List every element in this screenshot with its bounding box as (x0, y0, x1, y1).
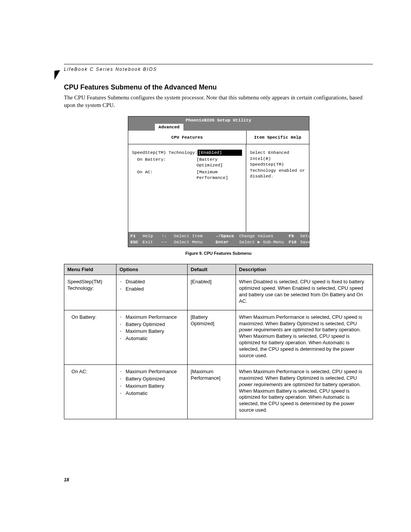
cell-options: DisabledEnabled (116, 275, 188, 310)
bios-setting-value: [Battery Optimized] (197, 157, 242, 168)
bios-key: ←→ (162, 239, 174, 245)
bios-setting-row: On Battery: [Battery Optimized] (132, 157, 242, 168)
bios-settings-pane: SpeedStep(TM) Technology: [Enabled] On B… (128, 144, 246, 232)
bios-heading-row: CPU Features Item Specific Help (128, 131, 309, 145)
bios-footer-row: F1 Help ↑↓ Select Item -/Space Change Va… (131, 233, 307, 239)
bios-left-heading: CPU Features (128, 131, 247, 144)
bios-key-label: Save and Exit (300, 239, 335, 245)
bios-key: F9 (289, 233, 300, 239)
bios-right-heading: Item Specific Help (247, 131, 309, 144)
bios-footer: F1 Help ↑↓ Select Item -/Space Change Va… (128, 232, 309, 247)
bios-setting-label: On AC: (132, 169, 197, 181)
cell-menu-field: On Battery: (64, 310, 116, 364)
table-head-row: Menu Field Options Default Description (64, 264, 373, 275)
bios-key-label: Setup Defaults (300, 233, 337, 239)
table-row: On Battery:Maximum PerformanceBattery Op… (64, 310, 373, 364)
bios-key-label: Exit (143, 239, 162, 245)
option-item: Automatic (126, 390, 184, 397)
bios-footer-row: ESC Exit ←→ Select Menu Enter Select ▶ S… (131, 239, 307, 245)
cell-default: [Maximum Performance] (188, 364, 236, 419)
bios-setting-value: [Enabled] (198, 150, 242, 156)
bios-help-pane: Select Enhanced Intel(R) SpeedStep(TM) T… (246, 144, 309, 232)
bios-key: F10 (289, 239, 300, 245)
option-item: Maximum Performance (126, 369, 184, 375)
bios-key-label: Select Item (174, 233, 216, 239)
lead-paragraph: The CPU Features Submenu configures the … (64, 94, 373, 109)
bios-key: Enter (216, 239, 239, 245)
bios-key-label: Help (143, 233, 162, 239)
option-item: Maximum Battery (126, 328, 184, 335)
bios-setting-row: On AC: [Maximum Performance] (132, 169, 242, 181)
table-body: SpeedStep(TM) Technology:DisabledEnabled… (64, 275, 373, 419)
section-title: CPU Features Submenu of the Advanced Men… (64, 83, 373, 91)
bios-key-label: Select ▶ Sub-Menu (239, 239, 289, 245)
bios-key: F1 (131, 233, 143, 239)
cell-menu-field: On AC: (64, 364, 116, 419)
table-row: On AC:Maximum PerformanceBattery Optimiz… (64, 364, 373, 419)
cell-default: [Battery Optimized] (188, 310, 236, 364)
cell-menu-field: SpeedStep(TM) Technology: (64, 275, 116, 310)
col-options: Options (116, 264, 188, 275)
cell-options: Maximum PerformanceBattery OptimizedMaxi… (116, 310, 188, 364)
header-rule (64, 64, 373, 64)
bios-body: SpeedStep(TM) Technology: [Enabled] On B… (128, 144, 309, 232)
bios-key: ↑↓ (162, 233, 174, 239)
option-item: Automatic (126, 335, 184, 342)
bios-setting-label: On Battery: (132, 157, 197, 168)
bios-key: -/Space (216, 233, 239, 239)
running-header: LifeBook C Series Notebook BIOS (64, 67, 373, 72)
col-description: Description (236, 264, 373, 275)
col-menu-field: Menu Field (64, 264, 116, 275)
cell-description: When Disabled is selected, CPU speed is … (236, 275, 373, 310)
bios-key-label: Select Menu (174, 239, 216, 245)
page: LifeBook C Series Notebook BIOS CPU Feat… (0, 0, 411, 532)
cell-options: Maximum PerformanceBattery OptimizedMaxi… (116, 364, 188, 419)
col-default: Default (188, 264, 236, 275)
option-item: Battery Optimized (126, 376, 184, 382)
table-row: SpeedStep(TM) Technology:DisabledEnabled… (64, 275, 373, 310)
options-table: Menu Field Options Default Description S… (64, 264, 373, 419)
corner-mark-icon (54, 70, 60, 80)
bios-tab-bar: Advanced (128, 124, 309, 131)
option-item: Disabled (126, 279, 184, 285)
option-item: Maximum Battery (126, 383, 184, 390)
cell-description: When Maximum Performance is selected, CP… (236, 364, 373, 419)
bios-key-label: Change Values (239, 233, 289, 239)
bios-key: ESC (131, 239, 143, 245)
bios-setting-label: SpeedStep(TM) Technology: (132, 150, 198, 156)
option-item: Maximum Performance (126, 314, 184, 321)
option-item: Battery Optimized (126, 321, 184, 328)
cell-default: [Enabled] (188, 275, 236, 310)
cell-description: When Maximum Performance is selected, CP… (236, 310, 373, 364)
bios-screenshot: PhoenixBIOS Setup Utility Advanced CPU F… (128, 116, 309, 248)
figure-caption: Figure 9. CPU Features Submenu (64, 251, 373, 256)
bios-setting-value: [Maximum Performance] (197, 169, 242, 181)
bios-setting-row: SpeedStep(TM) Technology: [Enabled] (132, 150, 242, 156)
option-item: Enabled (126, 286, 184, 292)
bios-tab-advanced: Advanced (155, 124, 183, 131)
bios-title: PhoenixBIOS Setup Utility (128, 117, 309, 124)
page-number: 18 (64, 477, 69, 482)
